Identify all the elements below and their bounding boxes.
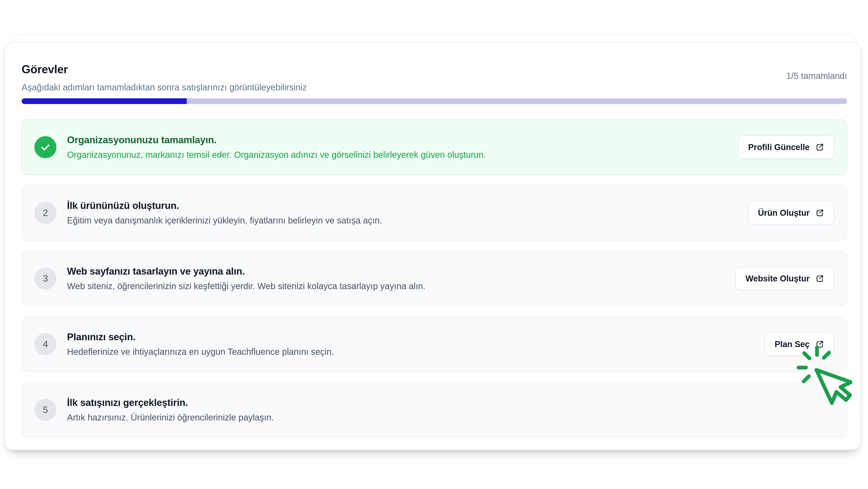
update-profile-button[interactable]: Profili Güncelle (738, 135, 834, 159)
progress-count-label: 1/5 tamamlandı (786, 71, 847, 81)
task-description: Hedeflerinize ve ihtiyaçlarınıza en uygu… (67, 346, 754, 357)
task-description: Web siteniz, öğrencilerinizin sizi keşfe… (67, 280, 725, 292)
create-website-button-label: Website Oluştur (745, 274, 810, 283)
update-profile-button-label: Profili Güncelle (748, 142, 810, 152)
task-card-choose-plan: 4 Planınızı seçin. Hedeflerinize ve ihti… (22, 317, 847, 372)
step-number-badge: 5 (34, 399, 56, 421)
task-description: Organizasyonunuz, markanızı temsil eder.… (67, 149, 727, 160)
task-card-complete-organization: Organizasyonunuzu tamamlayın. Organizasy… (22, 120, 847, 175)
external-link-icon (815, 143, 824, 152)
task-title: Web sayfanızı tasarlayın ve yayına alın. (67, 265, 725, 277)
task-copy: İlk ürününüzü oluşturun. Eğitim veya dan… (67, 200, 737, 226)
task-title: İlk satışınızı gerçekleştirin. (67, 397, 834, 409)
task-card-create-website: 3 Web sayfanızı tasarlayın ve yayına alı… (22, 251, 847, 306)
step-number-badge: 2 (34, 202, 56, 224)
task-card-create-product: 2 İlk ürününüzü oluşturun. Eğitim veya d… (22, 185, 847, 241)
choose-plan-button-label: Plan Seç (775, 339, 810, 349)
progress-bar (22, 98, 847, 104)
task-description: Artık hazırsınız. Ürünlerinizi öğrencile… (67, 412, 834, 423)
task-title: İlk ürününüzü oluşturun. (67, 200, 737, 211)
page-subtitle: Aşağıdaki adımları tamamladıktan sonra s… (22, 82, 847, 93)
check-circle-icon (34, 136, 56, 158)
create-product-button-label: Ürün Oluştur (758, 208, 810, 218)
progress-bar-fill (22, 98, 187, 104)
choose-plan-button[interactable]: Plan Seç (765, 332, 834, 356)
create-product-button[interactable]: Ürün Oluştur (748, 201, 834, 225)
task-copy: İlk satışınızı gerçekleştirin. Artık haz… (67, 397, 834, 423)
tasks-header: Görevler 1/5 tamamlandı Aşağıdaki adımla… (22, 63, 847, 104)
task-title: Planınızı seçin. (67, 331, 754, 343)
step-number-badge: 3 (34, 267, 56, 290)
task-list: Organizasyonunuzu tamamlayın. Organizasy… (22, 120, 847, 438)
tasks-panel: Görevler 1/5 tamamlandı Aşağıdaki adımla… (4, 42, 861, 450)
external-link-icon (815, 274, 824, 283)
create-website-button[interactable]: Website Oluştur (735, 267, 834, 290)
task-description: Eğitim veya danışmanlık içeriklerinizi y… (67, 215, 737, 226)
page-title: Görevler (22, 63, 847, 76)
external-link-icon (815, 340, 824, 349)
task-copy: Organizasyonunuzu tamamlayın. Organizasy… (67, 134, 727, 160)
task-copy: Web sayfanızı tasarlayın ve yayına alın.… (67, 265, 725, 292)
task-copy: Planınızı seçin. Hedeflerinize ve ihtiya… (67, 331, 754, 357)
task-card-first-sale: 5 İlk satışınızı gerçekleştirin. Artık h… (22, 382, 847, 438)
page: Görevler 1/5 tamamlandı Aşağıdaki adımla… (0, 0, 868, 489)
step-number-badge: 4 (34, 333, 56, 355)
external-link-icon (815, 208, 824, 217)
task-title: Organizasyonunuzu tamamlayın. (67, 134, 727, 146)
